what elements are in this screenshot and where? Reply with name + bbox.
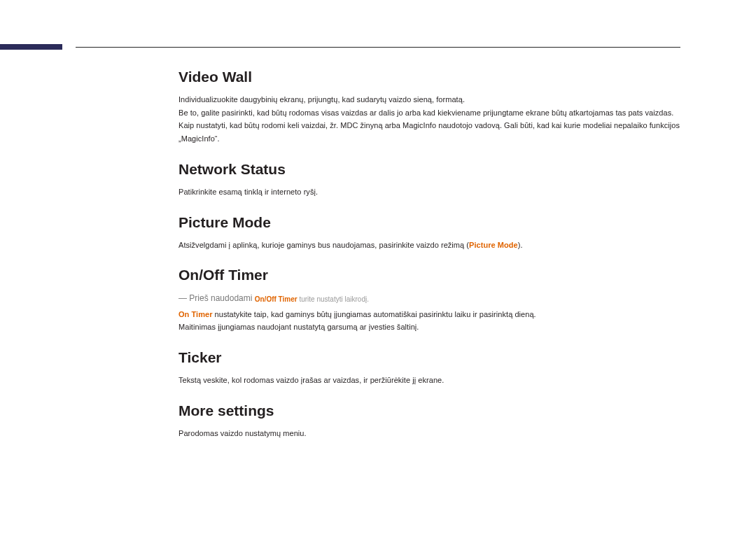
paragraph: Patikrinkite esamą tinklą ir interneto r… (178, 185, 680, 199)
accent-bar (0, 44, 62, 50)
highlight-picture-mode: Picture Mode (469, 241, 518, 249)
heading-video-wall: Video Wall (178, 69, 680, 85)
highlight-on-timer: On Timer (178, 310, 213, 318)
paragraph: Be to, galite pasirinkti, kad būtų rodom… (178, 106, 680, 120)
paragraph: Atsižvelgdami į aplinką, kurioje gaminys… (178, 239, 680, 252)
paragraph: Maitinimas įjungiamas naudojant nustatyt… (178, 321, 680, 334)
document-page: Video Wall Individualizuokite daugybinių… (0, 0, 756, 534)
content-area: Video Wall Individualizuokite daugybinių… (178, 69, 680, 456)
note-line: ― Prieš naudodami On/Off Timer turite nu… (178, 292, 680, 305)
heading-on-off-timer: On/Off Timer (178, 267, 680, 283)
heading-ticker: Ticker (178, 349, 680, 365)
heading-network-status: Network Status (178, 161, 680, 177)
horizontal-rule (76, 47, 680, 48)
heading-picture-mode: Picture Mode (178, 214, 680, 230)
paragraph: Tekstą veskite, kol rodomas vaizdo įraša… (178, 374, 680, 387)
paragraph: Kaip nustatyti, kad būtų rodomi keli vai… (178, 119, 680, 145)
highlight-on-off-timer: On/Off Timer (255, 295, 298, 303)
dash-icon: ― Prieš naudodami (178, 293, 255, 303)
text: turite nustatyti laikrodį. (298, 295, 369, 303)
text: nustatykite taip, kad gaminys būtų įjung… (213, 310, 536, 318)
paragraph: On Timer nustatykite taip, kad gaminys b… (178, 308, 680, 321)
text: ). (518, 241, 523, 249)
section-ticker: Ticker Tekstą veskite, kol rodomas vaizd… (178, 349, 680, 387)
paragraph: Parodomas vaizdo nustatymų meniu. (178, 427, 680, 440)
section-picture-mode: Picture Mode Atsižvelgdami į aplinką, ku… (178, 214, 680, 252)
section-more-settings: More settings Parodomas vaizdo nustatymų… (178, 402, 680, 440)
paragraph: Individualizuokite daugybinių ekranų, pr… (178, 93, 680, 106)
text: Atsižvelgdami į aplinką, kurioje gaminys… (178, 241, 469, 249)
section-on-off-timer: On/Off Timer ― Prieš naudodami On/Off Ti… (178, 267, 680, 334)
section-video-wall: Video Wall Individualizuokite daugybinių… (178, 69, 680, 146)
section-network-status: Network Status Patikrinkite esamą tinklą… (178, 161, 680, 199)
heading-more-settings: More settings (178, 402, 680, 419)
